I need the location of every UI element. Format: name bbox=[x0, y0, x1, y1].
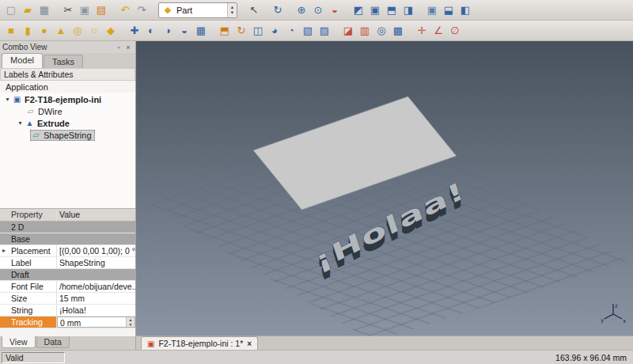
right-view-icon[interactable]: ◨ bbox=[400, 2, 416, 18]
rear-view-icon[interactable]: ▣ bbox=[424, 2, 440, 18]
box-icon[interactable]: ■ bbox=[3, 23, 19, 39]
cut-icon[interactable]: ✂ bbox=[60, 2, 76, 18]
tracking-value-input[interactable]: 0 mm bbox=[58, 317, 126, 327]
whats-this-icon[interactable]: ↖ bbox=[246, 2, 262, 18]
tree-item-shapestring[interactable]: ▱ ShapeString bbox=[0, 129, 135, 141]
expander-closed-icon[interactable]: ▸ bbox=[2, 245, 6, 256]
sphere-icon[interactable]: ● bbox=[36, 23, 52, 39]
tree-item-dwire[interactable]: ▱ DWire bbox=[0, 105, 135, 117]
property-group-draft[interactable]: Draft bbox=[0, 269, 135, 281]
expander-open-icon[interactable]: ▾ bbox=[16, 119, 25, 127]
expander-open-icon[interactable]: ▾ bbox=[3, 96, 12, 103]
measure-linear-icon[interactable]: ✛ bbox=[414, 23, 430, 39]
axis-z-label: z bbox=[615, 303, 618, 309]
thickness-icon[interactable]: ▩ bbox=[390, 23, 406, 39]
boolean-cut-icon[interactable]: ◑ bbox=[160, 23, 176, 39]
mirror-icon[interactable]: ◫ bbox=[250, 23, 266, 39]
freecad-document-icon: ▣ bbox=[147, 339, 154, 348]
close-icon[interactable]: × bbox=[123, 44, 133, 51]
property-row-placement[interactable]: ▸Placement [(0,00 0,00 1,00); 0 °; ... bbox=[0, 245, 135, 257]
boolean-intersection-icon[interactable]: ◒ bbox=[176, 23, 192, 39]
workbench-label: Part bbox=[174, 6, 227, 15]
property-row-tracking[interactable]: Tracking 0 mm ▲ ▼ bbox=[0, 317, 135, 328]
toolbar-part-tools: ■ ▮ ● ▲ ◎ ○ ◆ ✚ ◐ ◑ ◒ ▦ ⬒ ↻ ◫ ◕ ◔ ▧ ▨ ◪ … bbox=[0, 21, 633, 41]
combo-view-panel: Combo View ▫ × Model Tasks Labels & Attr… bbox=[0, 41, 136, 350]
undock-icon[interactable]: ▫ bbox=[114, 44, 123, 51]
tab-data[interactable]: Data bbox=[36, 336, 70, 348]
combo-view-header: Combo View ▫ × bbox=[0, 41, 135, 53]
save-icon[interactable]: ▦ bbox=[36, 2, 52, 18]
sweep-icon[interactable]: ▨ bbox=[316, 23, 332, 39]
freecad-window: ▢ ▰ ▦ ✂ ▣ ▤ ↶ ↷ ◆ Part ▲ ▼ ↖ ↻ ⊕ ⊙ ◒ ◩ ▣… bbox=[0, 0, 633, 364]
viewport-container: ¡Holaa! ¡Holaa! ¡Holaa! ¡Holaa! z y bbox=[136, 41, 633, 350]
tree-item-extrude[interactable]: ▾ ▲ Extrude bbox=[0, 117, 135, 129]
bottom-view-icon[interactable]: ⬓ bbox=[441, 2, 457, 18]
measure-angular-icon[interactable]: ∠ bbox=[430, 23, 446, 39]
status-message: Valid bbox=[2, 352, 65, 363]
property-group-base[interactable]: Base bbox=[0, 233, 135, 245]
property-row-string[interactable]: String ¡Holaa! bbox=[0, 305, 135, 317]
shape-builder-icon[interactable]: ✚ bbox=[127, 23, 142, 39]
tab-model[interactable]: Model bbox=[2, 53, 43, 68]
property-editor: Property Value 2 D Base ▸Placement [(0,0… bbox=[0, 208, 135, 328]
tree-item-document[interactable]: ▾ ▣ F2-T18-ejemplo-ini bbox=[0, 93, 135, 105]
model-tree: ▾ ▣ F2-T18-ejemplo-ini ▱ DWire ▾ ▲ Extru… bbox=[0, 93, 135, 208]
front-view-icon[interactable]: ▣ bbox=[367, 2, 383, 18]
refresh-icon[interactable]: ↻ bbox=[270, 2, 286, 18]
loft-icon[interactable]: ▧ bbox=[300, 23, 316, 39]
3d-viewport[interactable]: ¡Holaa! ¡Holaa! ¡Holaa! ¡Holaa! z y bbox=[136, 41, 633, 336]
spin-up-icon: ▲ bbox=[230, 5, 235, 10]
cone-icon[interactable]: ▲ bbox=[53, 23, 69, 39]
left-view-icon[interactable]: ◧ bbox=[457, 2, 473, 18]
redo-icon[interactable]: ↷ bbox=[134, 2, 150, 18]
property-row-font-file[interactable]: Font File /home/obijuan/deve... bbox=[0, 281, 135, 293]
labels-attributes-header: Labels & Attributes bbox=[0, 68, 135, 81]
boolean-union-icon[interactable]: ◐ bbox=[143, 23, 159, 39]
combo-tabs: Model Tasks bbox=[0, 53, 135, 68]
chamfer-icon[interactable]: ◔ bbox=[283, 23, 299, 39]
workbench-selector[interactable]: ◆ Part ▲ ▼ bbox=[158, 2, 237, 18]
workbench-icon: ◆ bbox=[161, 5, 174, 15]
open-folder-icon[interactable]: ▰ bbox=[20, 2, 36, 18]
document-tab-label: F2-T18-ejemplo-ini : 1* bbox=[158, 339, 243, 348]
create-primitives-icon[interactable]: ◆ bbox=[103, 23, 119, 39]
cylinder-icon[interactable]: ▮ bbox=[20, 23, 36, 39]
new-document-icon[interactable]: ▢ bbox=[3, 2, 19, 18]
measure-clear-icon[interactable]: ∅ bbox=[447, 23, 463, 39]
property-row-label[interactable]: Label ShapeString bbox=[0, 257, 135, 269]
tab-tasks[interactable]: Tasks bbox=[44, 55, 83, 68]
extrude-icon[interactable]: ⬒ bbox=[217, 23, 233, 39]
axis-x-label: x bbox=[623, 318, 626, 324]
tube-icon[interactable]: ○ bbox=[86, 23, 102, 39]
cross-sections-icon[interactable]: ▥ bbox=[357, 23, 373, 39]
property-grid-header: Property Value bbox=[0, 209, 135, 222]
zoom-selection-icon[interactable]: ⊙ bbox=[310, 2, 326, 18]
top-view-icon[interactable]: ⬒ bbox=[384, 2, 400, 18]
tree-application[interactable]: Application bbox=[0, 81, 135, 93]
document-icon: ▣ bbox=[12, 95, 22, 104]
copy-icon[interactable]: ▣ bbox=[77, 2, 93, 18]
fillet-icon[interactable]: ◕ bbox=[267, 23, 282, 39]
revolve-icon[interactable]: ↻ bbox=[233, 23, 249, 39]
fit-all-icon[interactable]: ⊕ bbox=[294, 2, 309, 18]
dwire-icon: ▱ bbox=[25, 107, 36, 116]
property-row-size[interactable]: Size 15 mm bbox=[0, 293, 135, 305]
document-tab-bar: ▣ F2-T18-ejemplo-ini : 1* × bbox=[136, 336, 633, 350]
isometric-view-icon[interactable]: ◩ bbox=[351, 2, 366, 18]
paste-icon[interactable]: ▤ bbox=[93, 2, 109, 18]
combo-view-title: Combo View bbox=[2, 43, 114, 51]
workbench-spinner[interactable]: ▲ ▼ bbox=[227, 3, 237, 17]
draw-style-icon[interactable]: ◒ bbox=[327, 2, 343, 18]
section-icon[interactable]: ◪ bbox=[340, 23, 356, 39]
close-tab-icon[interactable]: × bbox=[247, 339, 252, 348]
tab-view[interactable]: View bbox=[2, 336, 36, 348]
spin-down-button[interactable]: ▼ bbox=[127, 322, 135, 327]
property-group-2d[interactable]: 2 D bbox=[0, 222, 135, 233]
compound-icon[interactable]: ▦ bbox=[193, 23, 209, 39]
document-tab[interactable]: ▣ F2-T18-ejemplo-ini : 1* × bbox=[141, 336, 258, 350]
offset-icon[interactable]: ◎ bbox=[373, 23, 389, 39]
extrude-item-icon: ▲ bbox=[25, 119, 35, 127]
axis-y-label: y bbox=[601, 317, 604, 324]
torus-icon[interactable]: ◎ bbox=[70, 23, 85, 39]
undo-icon[interactable]: ↶ bbox=[117, 2, 133, 18]
